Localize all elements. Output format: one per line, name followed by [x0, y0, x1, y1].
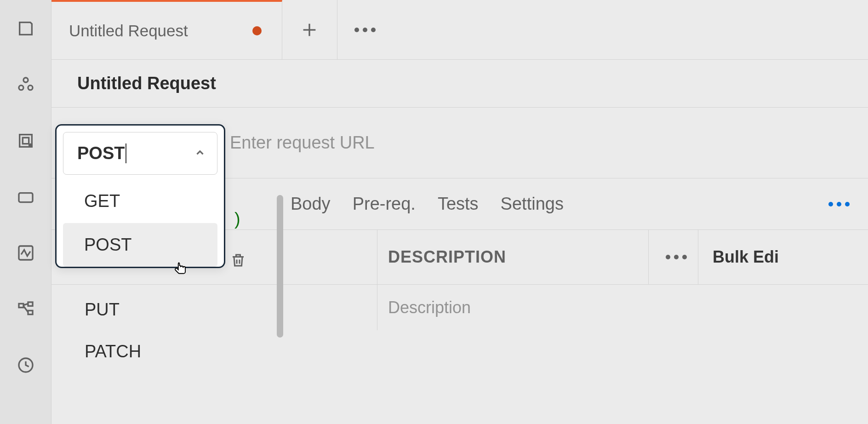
method-dropdown-list: GET POST — [63, 179, 217, 267]
tab-label: Untitled Request — [69, 22, 188, 40]
collections-icon[interactable] — [17, 19, 35, 40]
svg-point-5 — [29, 144, 31, 147]
tab-bar: Untitled Request — [51, 0, 868, 60]
method-dropdown-overflow: PUT PATCH — [85, 289, 223, 372]
svg-rect-4 — [23, 138, 29, 143]
description-cell[interactable]: Description — [388, 298, 471, 317]
method-dropdown: POST GET POST — [55, 124, 225, 268]
svg-point-1 — [19, 86, 23, 90]
svg-rect-11 — [28, 302, 33, 306]
svg-rect-12 — [28, 310, 33, 314]
history-icon[interactable] — [17, 356, 35, 376]
svg-line-14 — [23, 306, 28, 312]
flows-icon[interactable] — [17, 300, 35, 320]
apis-icon[interactable] — [17, 75, 35, 96]
tab-body[interactable]: Body — [291, 194, 331, 214]
params-count-paren: ) — [234, 209, 240, 229]
svg-rect-6 — [19, 193, 33, 202]
svg-point-2 — [28, 86, 33, 90]
svg-point-0 — [23, 78, 28, 82]
ellipsis-icon — [666, 255, 687, 259]
request-title[interactable]: Untitled Request — [77, 74, 868, 93]
environments-icon[interactable] — [17, 132, 35, 152]
method-option-patch[interactable]: PATCH — [85, 331, 223, 372]
method-selected-value: POST — [77, 143, 126, 163]
tab-tests[interactable]: Tests — [438, 194, 479, 214]
url-input[interactable]: Enter request URL — [225, 133, 868, 153]
method-option-get[interactable]: GET — [63, 179, 217, 223]
monitors-icon[interactable] — [17, 244, 35, 264]
method-option-post[interactable]: POST — [63, 223, 217, 267]
tab-options-button[interactable] — [337, 0, 393, 59]
column-options-button[interactable] — [666, 255, 687, 259]
left-sidebar — [0, 0, 51, 424]
unsaved-indicator-icon — [252, 26, 262, 35]
new-tab-button[interactable] — [282, 0, 337, 59]
svg-rect-10 — [19, 304, 23, 307]
tab-settings[interactable]: Settings — [501, 194, 564, 214]
chevron-up-icon — [194, 147, 206, 160]
method-option-put[interactable]: PUT — [85, 289, 223, 331]
dropdown-scrollbar[interactable] — [277, 195, 283, 338]
ellipsis-icon — [354, 28, 376, 32]
method-dropdown-input[interactable]: POST — [63, 132, 217, 175]
request-tab[interactable]: Untitled Request — [51, 0, 282, 59]
bulk-edit-button[interactable]: Bulk Edi — [713, 247, 779, 267]
request-tabs-more-button[interactable] — [828, 202, 850, 206]
mock-servers-icon[interactable] — [17, 188, 35, 208]
ellipsis-icon — [828, 202, 850, 206]
column-description: DESCRIPTION — [388, 247, 506, 267]
tab-prereq[interactable]: Pre-req. — [353, 194, 416, 214]
delete-icon[interactable] — [230, 252, 246, 270]
